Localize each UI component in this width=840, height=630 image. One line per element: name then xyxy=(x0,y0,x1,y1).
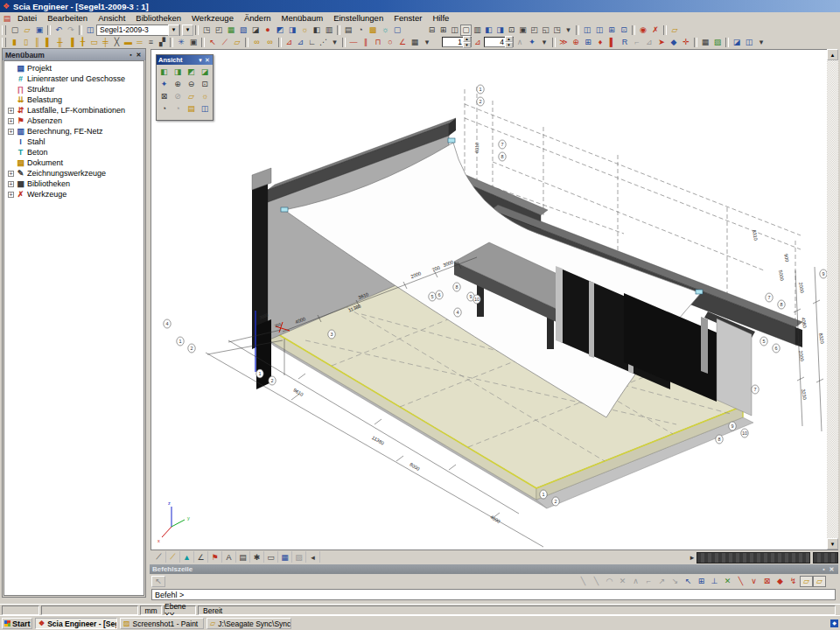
tree-item[interactable]: + ▦ Bibliotheken xyxy=(6,178,144,189)
close-icon[interactable]: ✕ xyxy=(135,51,143,59)
snap-grid-icon[interactable]: ⊞ xyxy=(695,576,708,587)
tree-item[interactable]: I Stahl xyxy=(6,136,144,147)
tree-item[interactable]: + ⇵ Lastfälle, LF-Kombinationen xyxy=(6,105,144,116)
person-view-icon[interactable]: ✦ xyxy=(526,37,538,48)
camera-icon[interactable]: ◔ xyxy=(158,102,171,115)
tree-item[interactable]: + ⚑ Absenzen xyxy=(6,116,144,126)
shade-display-icon[interactable]: ▨ xyxy=(292,551,306,563)
column-tool-icon[interactable]: ▮ xyxy=(9,37,20,48)
layout-4-icon[interactable]: ▢ xyxy=(460,24,472,36)
redraw-icon[interactable]: ◉ xyxy=(637,24,649,36)
expander-icon[interactable] xyxy=(8,76,14,82)
expander-icon[interactable] xyxy=(8,160,14,166)
window-1-icon[interactable]: ◩ xyxy=(274,24,286,36)
link-2-icon[interactable]: ∞ xyxy=(263,37,276,48)
spinner-arrows[interactable]: ▲▼ xyxy=(505,36,513,48)
rectangle-tool-icon[interactable]: ⊓ xyxy=(372,37,384,48)
spin-down-icon[interactable]: ▼ xyxy=(463,42,471,48)
symbols-display-icon[interactable]: ✱ xyxy=(250,551,264,563)
tree-item[interactable]: + ✗ Werkzeuge xyxy=(6,189,144,200)
taskbar-task-paint[interactable]: ▨ Screenshot1 - Paint xyxy=(120,618,204,629)
spin-up-icon[interactable]: ▲ xyxy=(505,36,513,42)
load-3-icon[interactable]: ⊞ xyxy=(582,37,594,48)
tree-item[interactable]: ⇊ Belastung xyxy=(6,94,144,105)
expander-icon[interactable]: + xyxy=(8,181,14,187)
project-window-icon[interactable]: ◫ xyxy=(84,24,96,36)
print-icon[interactable]: ▤ xyxy=(342,24,354,36)
tile-icon[interactable]: ⊞ xyxy=(606,24,618,36)
snap-point-icon[interactable]: ✕ xyxy=(721,576,734,587)
beam-tool-icon[interactable]: ▯ xyxy=(20,37,32,48)
activity-spinner[interactable]: 1 ▲▼ xyxy=(442,37,472,47)
menu-item[interactable]: Menübaum xyxy=(276,13,329,23)
scroll-up-icon[interactable]: ▲ xyxy=(827,49,838,60)
project-combo[interactable]: Segel1-2009-3 ▾ xyxy=(96,24,180,36)
layout-11-icon[interactable]: ◱ xyxy=(540,24,551,36)
snap-node-icon[interactable]: ◆ xyxy=(774,576,787,587)
load-7-icon[interactable]: ⌐ xyxy=(631,37,643,48)
rafter-tool-icon[interactable]: ║ xyxy=(32,37,43,48)
clean-icon[interactable]: ✗ xyxy=(649,24,662,36)
taskbar-task-scia[interactable]: ❖ Scia Engineer - [Segel... xyxy=(35,618,117,629)
text-display-icon[interactable]: A xyxy=(222,551,236,563)
ucs-4-icon[interactable]: ⋰ xyxy=(318,37,329,48)
snap-mid-icon[interactable]: ∧ xyxy=(629,576,642,587)
axon-view-3-icon[interactable]: ◩ xyxy=(185,66,198,78)
new-icon[interactable]: ▢ xyxy=(9,24,21,36)
zoom-selection-icon[interactable]: ⊘ xyxy=(172,90,185,102)
status-unit[interactable]: mm xyxy=(140,606,162,615)
parallel-tool-icon[interactable]: ∥ xyxy=(360,37,372,48)
combo-extra-icon[interactable]: ▾ xyxy=(182,24,193,36)
save-icon[interactable]: ▣ xyxy=(33,24,46,36)
clipping-box-icon[interactable]: ▱ xyxy=(185,90,198,102)
window-2-icon[interactable]: ◨ xyxy=(286,24,298,36)
result-2-icon[interactable]: ▨ xyxy=(711,37,724,48)
zoom-all-icon[interactable]: ⊠ xyxy=(158,90,171,102)
axon-view-1-icon[interactable]: ◧ xyxy=(158,66,171,78)
view-more-icon[interactable]: ▾ xyxy=(538,37,550,48)
camera-2-icon[interactable]: ◔ xyxy=(172,102,185,115)
snap-arc-icon[interactable]: ◠ xyxy=(603,576,616,587)
snap-dim-1-icon[interactable]: ▱ xyxy=(800,576,813,587)
plate-tool-icon[interactable]: ▭ xyxy=(88,37,100,48)
section-icon[interactable]: ∧ xyxy=(514,37,526,48)
snap-line-icon[interactable]: ╲ xyxy=(577,576,590,587)
load-2-icon[interactable]: ⊕ xyxy=(570,37,582,48)
doc-1-icon[interactable]: ◪ xyxy=(731,37,743,48)
snap-near-icon[interactable]: ↘ xyxy=(668,576,682,587)
flag-display-icon[interactable]: ⚑ xyxy=(208,551,222,563)
cascade-icon[interactable]: ⊡ xyxy=(618,24,630,36)
undo-icon[interactable]: ↶ xyxy=(52,24,65,36)
web-icon[interactable]: ☼ xyxy=(379,24,391,36)
axes-display-icon[interactable]: ▲ xyxy=(180,551,194,563)
chevron-down-icon[interactable]: ▾ xyxy=(197,56,204,64)
snap-dim-2-icon[interactable]: ▱ xyxy=(813,576,826,587)
result-1-icon[interactable]: ▦ xyxy=(699,37,711,48)
view-icon[interactable]: ◧ xyxy=(311,24,323,36)
zoom-out-icon[interactable]: ⊖ xyxy=(185,78,198,90)
layout-6-icon[interactable]: ◧ xyxy=(483,24,494,36)
layout-5-icon[interactable]: ▥ xyxy=(472,24,483,36)
command-panel-header[interactable]: Befehlszeile ▪ ✕ xyxy=(150,564,838,574)
gallery-icon[interactable]: ▱ xyxy=(668,24,681,36)
tree-item[interactable]: + ✎ Zeichnungswerkzeuge xyxy=(6,168,144,178)
scroll-left-icon[interactable]: ◂ xyxy=(306,551,320,563)
redo-icon[interactable]: ↷ xyxy=(65,24,77,36)
layer-spinner[interactable]: 4 ▲▼ xyxy=(484,37,514,47)
combo-dropdown-icon[interactable]: ▾ xyxy=(168,24,179,36)
load-6-icon[interactable]: R xyxy=(619,37,631,48)
snap-endpoint-icon[interactable]: ╲ xyxy=(734,576,747,587)
ucs-3-icon[interactable]: ∟ xyxy=(306,37,318,48)
opening-tool-icon[interactable]: ▞ xyxy=(157,37,168,48)
polygon-select-icon[interactable]: ▱ xyxy=(231,37,243,48)
expander-icon[interactable] xyxy=(8,139,14,145)
vertical-scrollbar[interactable]: ▲ ▼ xyxy=(827,49,838,550)
pen-2-icon[interactable]: ⟋ xyxy=(166,551,180,563)
calculator-icon[interactable]: ◳ xyxy=(200,24,213,36)
drawing-canvas[interactable]: 4000 3610 11380 2000 700 3000 9610 11380… xyxy=(150,49,827,550)
paste-icon[interactable]: ◪ xyxy=(249,24,262,36)
snap-cursor-icon[interactable]: ↖ xyxy=(682,576,695,587)
dark-scroll-segment-2[interactable] xyxy=(813,552,838,564)
layout-8-icon[interactable]: ⊡ xyxy=(506,24,517,36)
light-icon[interactable]: ☼ xyxy=(298,24,311,36)
